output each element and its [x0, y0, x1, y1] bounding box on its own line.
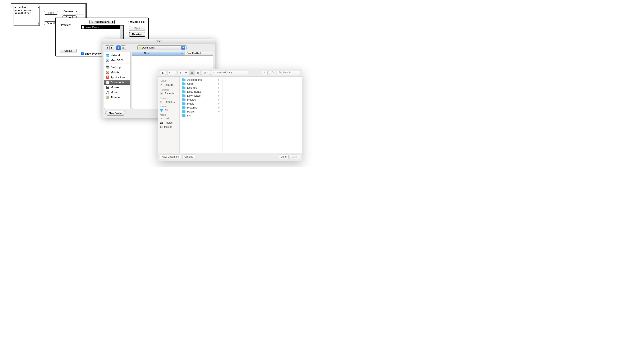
sidebar-item-music[interactable]: ♫Music — [158, 116, 180, 121]
sidebar-item-pictures[interactable]: 🖼️Pictures — [104, 95, 130, 100]
chevron-right-icon: ▶ — [218, 98, 220, 101]
view-list-button[interactable]: ≣ — [116, 46, 121, 50]
popup-arrows-icon: ▴▾ — [181, 46, 185, 50]
sidebar-label: Midnite — [110, 71, 120, 74]
forward-button[interactable]: ▶ — [110, 46, 114, 50]
list-item[interactable]: Documents▶ — [180, 90, 222, 94]
documents-icon: 📄 — [106, 80, 109, 84]
group-menu-button[interactable]: ⊟ ⌄ — [202, 70, 210, 75]
chevron-right-icon: ▶ — [218, 78, 220, 81]
list-item[interactable]: Music▶ — [180, 102, 222, 106]
checkbox-label: Show Preview — [85, 52, 102, 55]
folder-icon: 📁 — [139, 46, 142, 49]
list-item[interactable]: a letter — [14, 6, 36, 9]
file-label: Movie Player — [86, 26, 99, 28]
open-button[interactable]: Open — [290, 154, 300, 159]
sidebar-item-documents[interactable]: 📄Documents — [104, 80, 130, 85]
sidebar-label: Recents — [165, 92, 174, 95]
sidebar-item-remote[interactable]: ◎Remote… — [158, 100, 180, 104]
sidebar-item-volume[interactable]: 💽Mac OS X — [104, 58, 130, 63]
new-document-button[interactable]: New Document — [160, 154, 181, 159]
tags-button[interactable]: ◯ — [269, 70, 275, 75]
sidebar-item-network[interactable]: 🌐Network — [104, 53, 130, 58]
sidebar-label: Movies — [164, 126, 172, 128]
sidebar-item-desktop[interactable]: 🖥️Desktop — [104, 64, 130, 70]
sidebar-item-recents[interactable]: 🕘Recents — [158, 92, 180, 96]
list-item[interactable]: src — [180, 114, 222, 118]
list-item[interactable]: Applications▶ — [180, 78, 222, 82]
file-list[interactable]: a letter psych summa… savedletter — [14, 6, 37, 26]
popup-label: Applications — [94, 20, 110, 24]
music-icon: 🎵 — [106, 90, 109, 94]
search-field[interactable]: 🔍 Search — [277, 70, 300, 75]
file-label: Desktop — [187, 86, 197, 89]
open-button[interactable]: Open — [44, 11, 58, 15]
sidebar-toggle-button[interactable]: ◧ — [160, 70, 166, 75]
disc-icon: ◎ — [160, 100, 162, 103]
film-icon: 🎞 — [160, 126, 162, 128]
list-item[interactable]: psych summa… — [14, 9, 36, 12]
view-gallery-button[interactable]: ▦ — [195, 70, 201, 75]
list-item[interactable]: Pictures▶ — [180, 106, 222, 110]
column-file-list[interactable]: Applications▶ Code▶ Desktop▶ Documents▶ … — [180, 76, 222, 153]
disk-icon: ⌂ — [128, 21, 129, 23]
list-item[interactable]: Downloads▶ — [180, 94, 222, 98]
done-button[interactable]: Done — [279, 154, 288, 159]
sidebar-label: Music — [164, 117, 170, 120]
view-column-button[interactable]: ▥ — [121, 46, 126, 50]
forward-button[interactable]: › — [172, 70, 176, 75]
scroll-up-icon[interactable]: ▲ — [37, 6, 40, 9]
back-button[interactable]: ‹ — [167, 70, 172, 75]
apps-icon: 🅰️ — [106, 75, 109, 79]
music-icon: ♫ — [160, 117, 162, 120]
column-date[interactable]: Date Modified — [185, 52, 213, 56]
sidebar-item-movies[interactable]: 🎬Movies — [104, 85, 130, 90]
sidebar-item-home[interactable]: 🏠Midnite — [104, 70, 130, 75]
list-item[interactable]: Code▶ — [180, 82, 222, 86]
file-label: Code — [187, 82, 194, 85]
file-label: Documents — [187, 90, 201, 93]
column-name[interactable]: Name ▲ — [132, 52, 185, 56]
column-label: Name — [144, 52, 150, 54]
folder-icon — [182, 98, 186, 101]
toolbar: ◧ ‹ › ⊞ ≣ ▥ ▦ ⊟ ⌄ ⌂ marcinwichary ⌃⌄ ⇧ ◯… — [158, 68, 302, 76]
list-item[interactable]: 📄 Movie Player — [81, 26, 123, 29]
sidebar-item-movies[interactable]: 🎞Movies — [158, 125, 180, 129]
list-item[interactable]: Desktop▶ — [180, 86, 222, 90]
sidebar-item-photos[interactable]: 📷Photos — [158, 121, 180, 125]
list-item[interactable]: Public▶ — [180, 110, 222, 114]
list-item[interactable]: savedletter — [14, 12, 36, 15]
checkbox-input[interactable] — [81, 52, 84, 55]
folder-popup[interactable]: 📁 Documents ▴▾ — [137, 46, 186, 50]
view-list-button[interactable]: ≣ — [183, 70, 189, 75]
folder-popup[interactable]: ⌂ marcinwichary ⌃⌄ — [211, 70, 248, 75]
popup-arrows-icon: ⌃⌄ — [243, 72, 246, 74]
view-column-button[interactable]: ▥ — [189, 70, 195, 75]
show-preview-checkbox[interactable]: Show Preview — [81, 52, 102, 55]
sidebar-item-applications[interactable]: 🅰️Applications — [104, 75, 130, 80]
new-folder-button[interactable]: New Folder — [106, 111, 126, 116]
sidebar-heading-media: Media — [158, 112, 180, 116]
folder-popup[interactable]: 🔍 Applications ▲▼ — [90, 20, 114, 24]
tag-icon: ◯ — [271, 71, 274, 74]
view-icon-button[interactable]: ⊞ — [178, 70, 183, 75]
folder-icon — [182, 94, 186, 97]
share-button[interactable]: ⇧ — [262, 70, 268, 75]
chevron-right-icon: ▶ — [218, 90, 220, 93]
scroll-down-icon[interactable]: ▼ — [37, 22, 40, 26]
view-segment: ⊞ ≣ ▥ ▦ — [178, 70, 201, 75]
sidebar: 🌐Network 💽Mac OS X 🖥️Desktop 🏠Midnite 🅰️… — [104, 52, 130, 109]
sidebar-item-music[interactable]: 🎵Music — [104, 90, 130, 95]
create-button[interactable]: Create — [60, 49, 76, 53]
desktop-button[interactable]: Desktop — [129, 32, 145, 36]
eject-button[interactable]: Eject — [129, 26, 145, 31]
list-item[interactable]: Movies▶ — [180, 98, 222, 102]
scrollbar[interactable]: ▲ ▼ — [37, 6, 40, 26]
sidebar-label: Music — [110, 91, 118, 94]
sidebar-item-all[interactable]: 🌐All… — [158, 108, 180, 112]
pictures-icon: 🖼️ — [106, 95, 109, 99]
sidebar-item-textedit[interactable]: ＡTextEdit — [158, 82, 180, 87]
sidebar-label: Mac OS X — [110, 59, 123, 62]
options-button[interactable]: Options — [182, 154, 195, 159]
back-button[interactable]: ◀ — [105, 46, 110, 50]
